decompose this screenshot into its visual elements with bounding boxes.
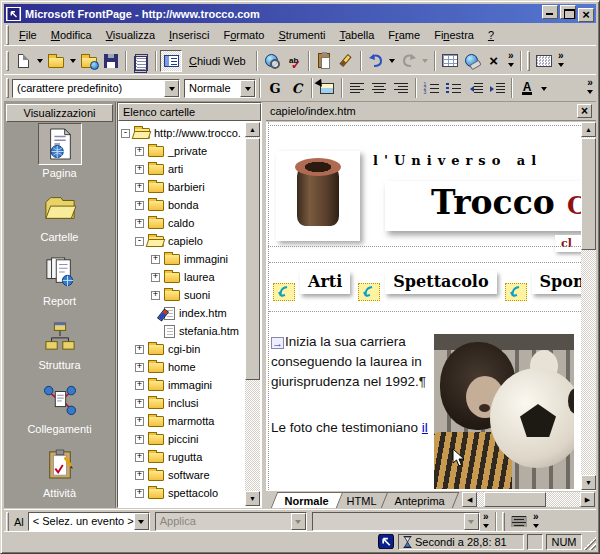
font-color-dropdown[interactable] (538, 77, 549, 99)
editor-hscrollbar[interactable] (462, 492, 595, 507)
bullet-list-button[interactable] (442, 77, 464, 99)
menu-item[interactable]: Finestra (427, 26, 481, 44)
undo-button[interactable] (365, 50, 387, 72)
paste-button[interactable] (313, 50, 335, 72)
toolbar-overflow-chevron[interactable] (505, 51, 517, 71)
tree-expander-icon[interactable] (135, 165, 144, 174)
scrollbar-thumb[interactable] (484, 492, 546, 507)
open-web-button[interactable] (78, 50, 100, 72)
tree-expander-icon[interactable] (135, 201, 144, 210)
tree-item[interactable]: rugutta (119, 448, 245, 466)
tree-expander-icon[interactable] (135, 489, 144, 498)
editor-view-tab[interactable]: Normale (271, 492, 343, 508)
hover-button-icon[interactable] (358, 283, 380, 301)
stop-button[interactable]: × (483, 50, 505, 72)
font-color-button[interactable]: A (516, 77, 538, 99)
folder-scrollbar[interactable] (245, 122, 260, 506)
tree-expander-icon[interactable] (135, 147, 144, 156)
menu-item[interactable]: Inserisci (162, 26, 216, 44)
tree-expander-icon[interactable] (121, 129, 130, 138)
align-left-button[interactable] (346, 77, 368, 99)
log-image[interactable] (276, 151, 360, 241)
tree-expander-icon[interactable] (151, 273, 160, 282)
menu-item[interactable]: Frame (381, 26, 427, 44)
apply-combo-arrow[interactable] (291, 513, 306, 530)
event-combo[interactable]: < Selez. un evento > (28, 512, 150, 531)
tree-expander-icon[interactable] (135, 453, 144, 462)
tree-item[interactable]: marmotta (119, 412, 245, 430)
close-button[interactable] (578, 8, 594, 22)
toolbar-grip[interactable] (502, 512, 505, 532)
highlight-effect-button[interactable] (508, 511, 530, 533)
align-right-button[interactable] (390, 77, 412, 99)
scroll-up-icon[interactable] (581, 122, 596, 137)
menu-item[interactable]: ? (481, 26, 501, 44)
spelling-button[interactable]: ab (283, 50, 305, 72)
scroll-up-icon[interactable] (245, 122, 260, 137)
menu-item[interactable]: Visualizza (99, 26, 162, 44)
view-item-cartelle[interactable]: Cartelle (5, 187, 114, 250)
hover-button-icon[interactable] (505, 283, 527, 301)
tree-item[interactable]: software (119, 466, 245, 484)
nav-button[interactable]: Arti (300, 271, 350, 294)
tree-item[interactable]: barbieri (119, 178, 245, 196)
event-combo-arrow[interactable] (134, 513, 149, 530)
view-item-report[interactable]: Report (5, 251, 114, 314)
child-photo[interactable] (434, 334, 574, 489)
tree-item[interactable]: _private (119, 142, 245, 160)
tree-expander-icon[interactable] (151, 291, 160, 300)
tree-item[interactable]: arti (119, 160, 245, 178)
tree-item[interactable]: caldo (119, 214, 245, 232)
menu-item[interactable]: Tabella (332, 26, 381, 44)
tree-expander-icon[interactable] (135, 345, 144, 354)
scrollbar-thumb[interactable] (581, 138, 596, 250)
italic-button[interactable]: C (286, 77, 308, 99)
redo-button[interactable] (398, 50, 420, 72)
toolbar-grip[interactable] (527, 51, 530, 71)
tree-expander-icon[interactable] (135, 183, 144, 192)
tree-item[interactable]: spettacolo (119, 484, 245, 502)
effect-combo-arrow[interactable] (464, 513, 479, 530)
hover-button-icon[interactable] (273, 283, 295, 301)
folder-list-toggle[interactable] (160, 50, 182, 72)
toolbar-grip[interactable] (6, 51, 9, 71)
numbered-list-button[interactable] (420, 77, 442, 99)
apply-combo[interactable]: Applica (155, 512, 307, 531)
tree-expander-icon[interactable] (135, 219, 144, 228)
bold-button[interactable]: G (264, 77, 286, 99)
scrollbar-thumb[interactable] (245, 138, 260, 380)
nav-button[interactable]: Spettacolo (385, 271, 496, 294)
toolbar-overflow-chevron[interactable] (555, 51, 567, 71)
menu-item[interactable]: Strumenti (271, 26, 332, 44)
view-item-collegamenti[interactable]: Collegamenti (5, 379, 114, 442)
menu-item[interactable]: File (12, 26, 44, 44)
editor-view-tab[interactable]: Anteprima (381, 492, 460, 508)
toolbar-overflow-chevron[interactable] (530, 512, 542, 532)
new-page-button[interactable] (12, 50, 34, 72)
scroll-down-icon[interactable] (581, 475, 596, 490)
views-header[interactable]: Visualizzazioni (6, 104, 113, 122)
menu-item[interactable]: Formato (216, 26, 271, 44)
editor-scrollbar[interactable] (581, 122, 596, 490)
toolbar-grip[interactable] (6, 25, 9, 45)
menu-item[interactable]: Modifica (44, 26, 99, 44)
redo-dropdown[interactable] (420, 50, 431, 72)
page-canvas[interactable]: l'Universo al Trocco C a cl Arti (266, 122, 581, 490)
tree-item[interactable]: inclusi (119, 394, 245, 412)
toolbar-overflow-chevron[interactable] (480, 512, 492, 532)
save-button[interactable] (100, 50, 122, 72)
maximize-button[interactable] (560, 5, 576, 19)
open-dropdown[interactable] (67, 50, 78, 72)
style-combo[interactable]: Normale (184, 79, 256, 98)
undo-dropdown[interactable] (387, 50, 398, 72)
increase-indent-button[interactable] (486, 77, 508, 99)
body-text[interactable]: Inizia la sua carriera conseguendo la la… (271, 332, 433, 438)
toolbar-grip[interactable] (6, 78, 9, 98)
tree-expander-icon[interactable] (135, 363, 144, 372)
insert-table-button[interactable] (439, 50, 461, 72)
tree-expander-icon[interactable] (135, 399, 144, 408)
tree-item[interactable]: immagini (119, 250, 245, 268)
forms-toolbar-button[interactable] (533, 50, 555, 72)
tree-item[interactable]: bonda (119, 196, 245, 214)
decrease-indent-button[interactable] (464, 77, 486, 99)
